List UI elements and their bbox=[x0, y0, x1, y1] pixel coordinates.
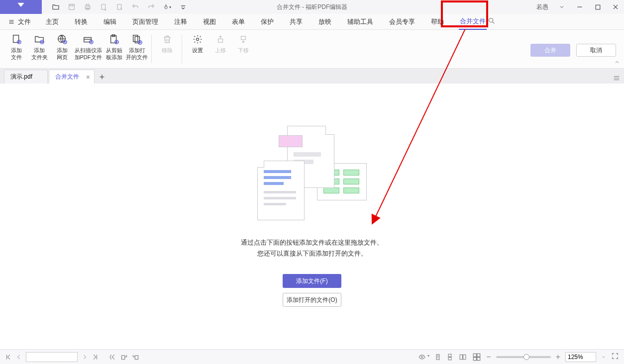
username-label[interactable]: 若愚 bbox=[536, 3, 548, 11]
svg-rect-34 bbox=[474, 354, 477, 357]
continuous-facing-icon[interactable] bbox=[472, 353, 481, 361]
ribbon-separator bbox=[151, 35, 152, 64]
redo-icon[interactable] bbox=[147, 3, 155, 11]
menu-share[interactable]: 共享 bbox=[289, 14, 304, 29]
illus-doc-text bbox=[257, 161, 305, 220]
add-from-scanner-button[interactable]: 从扫描仪添 加PDF文件 bbox=[74, 33, 103, 61]
touch-mode-icon[interactable]: ▾ bbox=[163, 3, 171, 11]
document-tabs: 演示.pdf 合并文件 × + bbox=[0, 69, 624, 84]
settings-label: 设置 bbox=[192, 47, 203, 54]
menu-form[interactable]: 表单 bbox=[231, 14, 246, 29]
add-files-main-button[interactable]: 添加文件(F) bbox=[283, 274, 341, 288]
svg-rect-32 bbox=[460, 355, 462, 359]
trash-icon bbox=[162, 33, 172, 46]
tab-overflow-icon[interactable] bbox=[613, 75, 620, 84]
zoom-slider[interactable] bbox=[496, 356, 551, 358]
single-page-icon[interactable] bbox=[434, 353, 441, 361]
add-webpage-button[interactable]: 添加 网页 bbox=[51, 33, 74, 61]
add-folder-button[interactable]: 添加 文件夹 bbox=[28, 33, 51, 61]
hint-line-1: 通过点击下面的按钮添加文件或在这里拖放文件。 bbox=[241, 237, 383, 248]
add-from-clipboard-button[interactable]: 从剪贴 板添加 bbox=[103, 33, 125, 61]
page-export-icon[interactable] bbox=[115, 3, 123, 11]
svg-point-8 bbox=[489, 18, 493, 22]
menu-convert[interactable]: 转换 bbox=[74, 14, 89, 29]
svg-rect-30 bbox=[448, 354, 451, 357]
rotate-left-icon[interactable] bbox=[120, 353, 128, 361]
svg-rect-23 bbox=[218, 39, 223, 42]
fullscreen-icon[interactable] bbox=[611, 352, 619, 362]
print-icon[interactable] bbox=[84, 3, 92, 11]
menu-edit[interactable]: 编辑 bbox=[103, 14, 117, 29]
zoom-dropdown-icon[interactable] bbox=[601, 355, 606, 360]
file-menu[interactable]: 文件 bbox=[8, 17, 31, 26]
qat-more-icon[interactable] bbox=[179, 3, 187, 11]
svg-rect-14 bbox=[84, 37, 92, 42]
next-page-icon[interactable] bbox=[82, 354, 88, 360]
svg-rect-5 bbox=[102, 4, 105, 9]
collapse-ribbon-icon[interactable] bbox=[614, 58, 620, 67]
menu-home[interactable]: 主页 bbox=[45, 14, 60, 29]
settings-button[interactable]: 设置 bbox=[186, 33, 209, 54]
save-icon[interactable] bbox=[68, 3, 76, 11]
cancel-button[interactable]: 取消 bbox=[576, 44, 616, 57]
add-file-button[interactable]: 添加 文件 bbox=[5, 33, 28, 61]
zoom-out-icon[interactable]: − bbox=[486, 353, 491, 362]
continuous-page-icon[interactable] bbox=[446, 353, 453, 361]
undo-icon[interactable] bbox=[131, 3, 139, 11]
tab-demo-pdf[interactable]: 演示.pdf bbox=[4, 70, 48, 84]
menu-combine-files[interactable]: 合并文件 bbox=[459, 14, 487, 30]
menu-help[interactable]: 帮助 bbox=[430, 14, 445, 29]
tab-combine-files[interactable]: 合并文件 × bbox=[49, 70, 95, 84]
svg-rect-37 bbox=[477, 357, 480, 360]
page-navigation bbox=[5, 352, 139, 362]
page-add-icon[interactable] bbox=[100, 3, 107, 11]
menu-vip[interactable]: 会员专享 bbox=[388, 14, 416, 29]
move-down-button: 下移 bbox=[232, 33, 255, 54]
svg-point-22 bbox=[197, 38, 199, 41]
search-icon[interactable] bbox=[488, 17, 496, 27]
status-right-controls: ▾ − + bbox=[417, 352, 619, 362]
svg-rect-1 bbox=[70, 4, 73, 6]
svg-rect-36 bbox=[474, 357, 477, 360]
move-down-icon bbox=[239, 33, 248, 46]
new-tab-button[interactable]: + bbox=[96, 71, 108, 84]
back-view-icon[interactable] bbox=[109, 354, 116, 361]
prev-page-icon[interactable] bbox=[16, 354, 22, 360]
menu-protect[interactable]: 保护 bbox=[260, 14, 275, 29]
ribbon-action-buttons: 合并 取消 bbox=[530, 44, 616, 57]
hint-line-2: 您还可以直接从下面添加打开的文件。 bbox=[241, 248, 383, 259]
status-bar: ▾ − + bbox=[0, 349, 624, 364]
app-logo[interactable] bbox=[0, 0, 42, 14]
user-dropdown-icon[interactable] bbox=[557, 2, 566, 11]
page-number-input[interactable] bbox=[26, 352, 78, 362]
zoom-level-input[interactable] bbox=[565, 352, 596, 362]
quick-access-toolbar: ▾ bbox=[42, 3, 187, 11]
rotate-right-icon[interactable] bbox=[132, 353, 139, 361]
maximize-button[interactable] bbox=[593, 2, 602, 11]
zoom-slider-thumb[interactable] bbox=[523, 354, 529, 360]
window-controls: 若愚 bbox=[536, 2, 620, 11]
svg-rect-31 bbox=[448, 357, 451, 360]
menu-comment[interactable]: 注释 bbox=[173, 14, 188, 29]
menu-present[interactable]: 放映 bbox=[317, 14, 332, 29]
svg-rect-26 bbox=[122, 356, 125, 360]
zoom-in-icon[interactable]: + bbox=[556, 353, 560, 362]
svg-rect-35 bbox=[477, 354, 480, 357]
window-title: 合并文件 - 福昕PDF编辑器 bbox=[277, 3, 348, 11]
facing-page-icon[interactable] bbox=[458, 354, 467, 361]
minimize-button[interactable] bbox=[575, 2, 584, 11]
add-from-scanner-label: 从扫描仪添 加PDF文件 bbox=[75, 47, 102, 61]
read-mode-icon[interactable]: ▾ bbox=[417, 354, 429, 361]
first-page-icon[interactable] bbox=[5, 354, 12, 361]
close-tab-icon[interactable]: × bbox=[86, 73, 90, 81]
last-page-icon[interactable] bbox=[92, 354, 99, 361]
add-open-files-button[interactable]: 添加打 开的文件 bbox=[125, 33, 148, 61]
menu-accessibility[interactable]: 辅助工具 bbox=[346, 14, 374, 29]
close-button[interactable] bbox=[611, 2, 620, 11]
menu-page-manage[interactable]: 页面管理 bbox=[131, 14, 159, 29]
menu-view[interactable]: 视图 bbox=[202, 14, 217, 29]
svg-rect-6 bbox=[117, 4, 121, 9]
add-open-files-main-button[interactable]: 添加打开的文件(O) bbox=[283, 293, 341, 307]
open-icon[interactable] bbox=[52, 3, 60, 11]
add-file-label: 添加 文件 bbox=[11, 47, 22, 61]
